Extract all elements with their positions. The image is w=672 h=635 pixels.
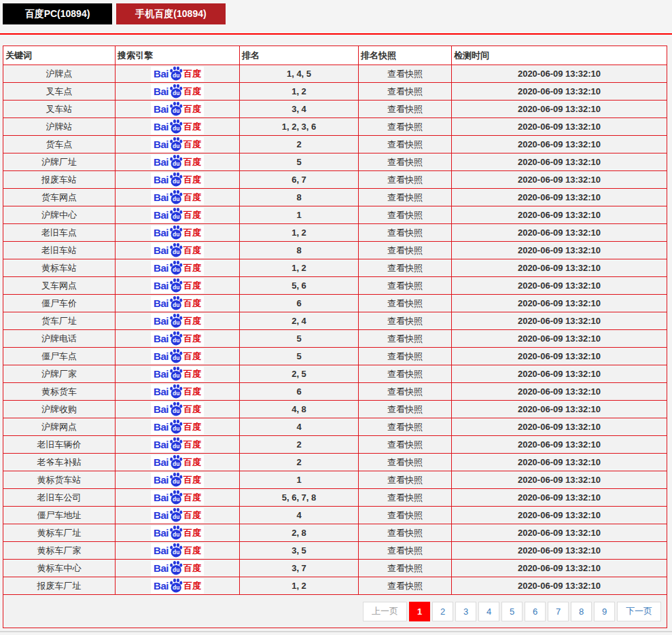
baidu-logo: Bai du 百度 bbox=[151, 349, 204, 364]
keyword-cell: 报废车站 bbox=[3, 171, 116, 189]
snapshot-link[interactable]: 查看快照 bbox=[359, 330, 452, 348]
detect-time-cell: 2020-06-09 13:32:10 bbox=[452, 277, 667, 295]
baidu-logo: Bai du 百度 bbox=[151, 384, 204, 399]
baidu-logo: Bai du 百度 bbox=[151, 173, 204, 187]
baidu-logo-bai-text: Bai bbox=[154, 85, 169, 98]
keyword-cell: 沪牌收购 bbox=[3, 401, 116, 418]
detect-time-cell: 2020-06-09 13:32:10 bbox=[452, 577, 667, 595]
baidu-paw-icon: du bbox=[169, 472, 183, 487]
baidu-logo-bai-text: Bai bbox=[154, 67, 169, 81]
detect-time-cell: 2020-06-09 13:32:10 bbox=[452, 189, 667, 206]
baidu-logo: Bai du 百度 bbox=[151, 278, 204, 293]
table-row: 沪牌点 Bai du 百度 1, 4, 5 查看快照 2020-06-09 13… bbox=[3, 65, 667, 83]
baidu-logo: Bai du 百度 bbox=[151, 490, 204, 505]
snapshot-link[interactable]: 查看快照 bbox=[359, 242, 452, 259]
engine-cell: Bai du 百度 bbox=[116, 454, 240, 471]
table-row: 叉车点 Bai du 百度 1, 2 查看快照 2020-06-09 13:32… bbox=[3, 83, 667, 101]
baidu-logo-cn-text: 百度 bbox=[183, 438, 201, 452]
table-row: 黄标车中心 Bai du 百度 3, 7 查看快照 2020-06-09 13:… bbox=[3, 560, 667, 577]
baidu-logo-cn-text: 百度 bbox=[183, 297, 201, 310]
detect-time-cell: 2020-06-09 13:32:10 bbox=[452, 330, 667, 348]
snapshot-link[interactable]: 查看快照 bbox=[359, 454, 452, 471]
pagination-next[interactable]: 下一页 bbox=[617, 602, 661, 621]
keyword-cell: 僵尸车点 bbox=[3, 348, 116, 365]
engine-cell: Bai du 百度 bbox=[116, 118, 240, 136]
baidu-logo-cn-text: 百度 bbox=[183, 579, 201, 593]
snapshot-link[interactable]: 查看快照 bbox=[359, 171, 452, 189]
keyword-cell: 货车厂址 bbox=[3, 312, 116, 330]
baidu-logo-cn-text: 百度 bbox=[183, 244, 201, 257]
baidu-paw-icon: du bbox=[169, 189, 183, 204]
snapshot-link[interactable]: 查看快照 bbox=[359, 383, 452, 401]
snapshot-link[interactable]: 查看快照 bbox=[359, 418, 452, 436]
snapshot-link[interactable]: 查看快照 bbox=[359, 489, 452, 507]
snapshot-link[interactable]: 查看快照 bbox=[359, 259, 452, 277]
baidu-paw-icon: du bbox=[169, 154, 183, 169]
snapshot-link[interactable]: 查看快照 bbox=[359, 153, 452, 171]
snapshot-link[interactable]: 查看快照 bbox=[359, 189, 452, 206]
pagination-page-1[interactable]: 1 bbox=[409, 602, 430, 621]
keyword-cell: 老旧车公司 bbox=[3, 489, 116, 507]
engine-cell: Bai du 百度 bbox=[116, 153, 240, 171]
snapshot-link[interactable]: 查看快照 bbox=[359, 348, 452, 365]
table-row: 沪牌厂址 Bai du 百度 5 查看快照 2020-06-09 13:32:1… bbox=[3, 153, 667, 171]
pagination-page-7[interactable]: 7 bbox=[548, 602, 569, 621]
table-row: 老旧车辆价 Bai du 百度 2 查看快照 2020-06-09 13:32:… bbox=[3, 436, 667, 454]
baidu-logo-bai-text: Bai bbox=[154, 473, 169, 487]
snapshot-link[interactable]: 查看快照 bbox=[359, 577, 452, 595]
pagination-page-2[interactable]: 2 bbox=[432, 602, 453, 621]
snapshot-link[interactable]: 查看快照 bbox=[359, 524, 452, 542]
engine-cell: Bai du 百度 bbox=[116, 383, 240, 401]
table-row: 叉车站 Bai du 百度 3, 4 查看快照 2020-06-09 13:32… bbox=[3, 101, 667, 118]
rank-cell: 3, 5 bbox=[240, 542, 359, 560]
pagination-page-3[interactable]: 3 bbox=[455, 602, 476, 621]
snapshot-link[interactable]: 查看快照 bbox=[359, 365, 452, 383]
snapshot-link[interactable]: 查看快照 bbox=[359, 136, 452, 153]
baidu-logo: Bai du 百度 bbox=[151, 102, 204, 117]
table-row: 沪牌电话 Bai du 百度 5 查看快照 2020-06-09 13:32:1… bbox=[3, 330, 667, 348]
tab-baidu-pc[interactable]: 百度PC(10894) bbox=[3, 3, 112, 24]
baidu-logo-bai-text: Bai bbox=[154, 438, 169, 452]
detect-time-cell: 2020-06-09 13:32:10 bbox=[452, 454, 667, 471]
baidu-logo-cn-text: 百度 bbox=[183, 456, 201, 469]
snapshot-link[interactable]: 查看快照 bbox=[359, 507, 452, 524]
snapshot-link[interactable]: 查看快照 bbox=[359, 471, 452, 489]
baidu-logo: Bai du 百度 bbox=[151, 579, 204, 594]
snapshot-link[interactable]: 查看快照 bbox=[359, 560, 452, 577]
snapshot-link[interactable]: 查看快照 bbox=[359, 312, 452, 330]
snapshot-link[interactable]: 查看快照 bbox=[359, 83, 452, 101]
tab-baidu-mobile[interactable]: 手机百度(10894) bbox=[116, 3, 226, 24]
rank-cell: 2 bbox=[240, 136, 359, 153]
snapshot-link[interactable]: 查看快照 bbox=[359, 401, 452, 418]
rank-cell: 2, 4 bbox=[240, 312, 359, 330]
baidu-logo-bai-text: Bai bbox=[154, 120, 169, 134]
snapshot-link[interactable]: 查看快照 bbox=[359, 542, 452, 560]
baidu-paw-icon: du bbox=[169, 331, 183, 346]
baidu-logo: Bai du 百度 bbox=[151, 367, 204, 382]
pagination-page-6[interactable]: 6 bbox=[525, 602, 546, 621]
pagination-page-9[interactable]: 9 bbox=[594, 602, 615, 621]
rank-cell: 5 bbox=[240, 348, 359, 365]
snapshot-link[interactable]: 查看快照 bbox=[359, 295, 452, 312]
rank-cell: 1, 2 bbox=[240, 83, 359, 101]
baidu-logo: Bai du 百度 bbox=[151, 243, 204, 258]
rank-cell: 2, 8 bbox=[240, 524, 359, 542]
rank-cell: 5 bbox=[240, 153, 359, 171]
baidu-logo-cn-text: 百度 bbox=[183, 138, 201, 151]
snapshot-link[interactable]: 查看快照 bbox=[359, 65, 452, 83]
rank-cell: 4, 8 bbox=[240, 401, 359, 418]
snapshot-link[interactable]: 查看快照 bbox=[359, 224, 452, 242]
snapshot-link[interactable]: 查看快照 bbox=[359, 118, 452, 136]
pagination-page-8[interactable]: 8 bbox=[571, 602, 592, 621]
pagination-prev[interactable]: 上一页 bbox=[363, 602, 407, 621]
pagination-page-5[interactable]: 5 bbox=[501, 602, 523, 621]
baidu-logo-du-text: du bbox=[173, 284, 179, 291]
keyword-cell: 黄标车厂家 bbox=[3, 542, 116, 560]
snapshot-link[interactable]: 查看快照 bbox=[359, 206, 452, 224]
pagination-page-4[interactable]: 4 bbox=[478, 602, 499, 621]
snapshot-link[interactable]: 查看快照 bbox=[359, 101, 452, 118]
baidu-logo-bai-text: Bai bbox=[154, 156, 169, 169]
baidu-paw-icon: du bbox=[169, 490, 183, 505]
snapshot-link[interactable]: 查看快照 bbox=[359, 277, 452, 295]
snapshot-link[interactable]: 查看快照 bbox=[359, 436, 452, 454]
